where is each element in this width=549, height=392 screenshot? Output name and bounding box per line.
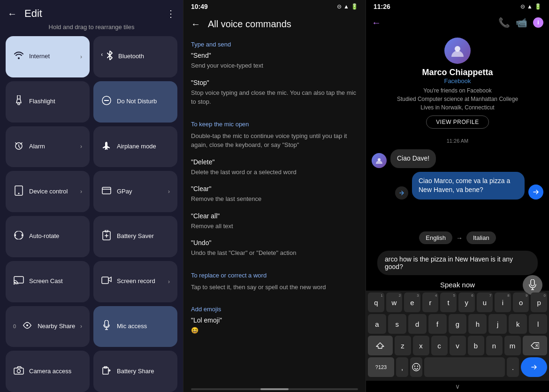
send-button[interactable]: [528, 184, 543, 200]
tile-battery-saver-label: Battery Saver: [117, 232, 170, 240]
svg-point-21: [17, 369, 21, 373]
key-v[interactable]: v: [450, 336, 466, 355]
page-title: Edit: [24, 8, 42, 20]
key-a[interactable]: a: [368, 314, 386, 334]
expand-button[interactable]: [395, 186, 408, 200]
speak-input-container: arco how is the pizza in New Haven is it…: [372, 249, 543, 277]
tip-keep-open: To keep the mic open Double-tap the mic …: [191, 115, 358, 150]
tile-micaccess[interactable]: Mic access: [93, 306, 177, 347]
flashlight-icon: [13, 95, 24, 108]
key-period[interactable]: .: [507, 357, 519, 377]
bottom-indicator: ∨: [366, 381, 549, 392]
video-button[interactable]: 📹: [516, 17, 527, 28]
cmd-clear-name: "Clear": [191, 185, 358, 192]
svg-point-30: [414, 366, 415, 367]
tile-alarm-label: Alarm: [29, 143, 76, 151]
key-h[interactable]: h: [468, 314, 487, 334]
key-z[interactable]: z: [395, 336, 411, 355]
tile-bluetooth-label: Bluetooth: [118, 53, 170, 61]
tip-keep-open-label: To keep the mic open: [191, 115, 358, 131]
key-w[interactable]: 2w: [386, 292, 403, 312]
key-y[interactable]: 6y: [458, 292, 475, 312]
nav-chevron: ∨: [455, 383, 460, 390]
section-type-send: Type and send: [191, 35, 358, 52]
key-l[interactable]: l: [529, 314, 547, 334]
tile-flashlight[interactable]: Flashlight: [6, 81, 90, 123]
tile-dnd[interactable]: Do Not Disturb: [93, 81, 177, 123]
mic-fab-button[interactable]: [523, 275, 542, 295]
key-comma[interactable]: ,: [396, 357, 408, 377]
tile-autorotate[interactable]: Auto-rotate: [6, 216, 90, 257]
key-b[interactable]: b: [468, 336, 484, 355]
tile-internet[interactable]: Internet ›: [6, 36, 90, 77]
more-options-button[interactable]: ⋮: [166, 8, 175, 19]
tile-alarm[interactable]: Alarm ›: [6, 126, 90, 168]
speak-now-label: Speak now: [440, 281, 475, 289]
key-m[interactable]: m: [504, 336, 521, 355]
svg-point-6: [18, 192, 20, 194]
key-numbers[interactable]: ?123: [368, 357, 394, 377]
key-c[interactable]: c: [431, 336, 448, 355]
key-t[interactable]: 5t: [440, 292, 457, 312]
from-lang-button[interactable]: English: [419, 231, 452, 244]
tip-replace-desc: Tap to select it, then say or spell out …: [191, 283, 358, 292]
tile-battery-saver[interactable]: Battery Saver: [93, 216, 177, 257]
tile-screencast[interactable]: Screen Cast: [6, 261, 90, 302]
key-backspace[interactable]: [523, 336, 548, 355]
view-profile-button[interactable]: VIEW PROFILE: [426, 115, 488, 129]
keyboard: 1q 2w 3e 4r 5t 6y 7u 8i 9o 0p a s d f g …: [366, 291, 549, 381]
tile-screencast-label: Screen Cast: [29, 277, 82, 285]
tile-micaccess-label: Mic access: [117, 323, 170, 331]
key-o[interactable]: 9o: [513, 292, 529, 312]
key-d[interactable]: d: [408, 314, 427, 334]
key-i[interactable]: 8i: [495, 292, 511, 312]
tile-nearby[interactable]: 0 Nearby Share ›: [6, 306, 90, 347]
key-j[interactable]: j: [488, 314, 507, 334]
key-p[interactable]: 0p: [531, 292, 547, 312]
key-enter[interactable]: [521, 357, 547, 377]
speak-input-area[interactable]: arco how is the pizza in New Haven is it…: [377, 251, 538, 275]
key-e[interactable]: 3e: [404, 292, 420, 312]
svg-rect-1: [18, 103, 20, 105]
command-clearall: "Clear all" Remove all text: [191, 212, 358, 231]
cmd-stop-name: "Stop": [191, 79, 358, 86]
key-shift[interactable]: [368, 336, 393, 355]
call-button[interactable]: 📞: [498, 17, 510, 28]
tile-camera[interactable]: Camera access: [6, 351, 90, 392]
key-r[interactable]: 4r: [422, 292, 439, 312]
tile-device-control[interactable]: Device control ›: [6, 171, 90, 212]
tile-airplane[interactable]: Airplane mode: [93, 126, 177, 168]
svg-point-31: [417, 366, 418, 367]
key-k[interactable]: k: [509, 314, 527, 334]
tile-batteryshare[interactable]: Battery Share: [93, 351, 177, 392]
cmd-stop-desc: Stop voice typing and close the mic. You…: [191, 88, 358, 107]
tile-gpay[interactable]: GPay ›: [93, 171, 177, 212]
profile-name: Marco Chiappetta: [372, 68, 543, 77]
key-s[interactable]: s: [388, 314, 406, 334]
key-n[interactable]: n: [486, 336, 503, 355]
tile-airplane-label: Airplane mode: [117, 143, 170, 151]
svg-point-14: [14, 284, 15, 285]
key-u[interactable]: 7u: [477, 292, 493, 312]
tile-device-label: Device control: [29, 188, 76, 196]
tile-flashlight-label: Flashlight: [29, 98, 82, 106]
key-emoji[interactable]: [410, 357, 422, 377]
back-button[interactable]: ←: [372, 17, 381, 28]
tile-screenrecord[interactable]: Screen record ›: [93, 261, 177, 302]
tile-internet-label: Internet: [29, 53, 76, 61]
gpay-icon: [101, 187, 112, 197]
key-f[interactable]: f: [428, 314, 447, 334]
key-g[interactable]: g: [449, 314, 467, 334]
tile-bluetooth[interactable]: ʿ Bluetooth: [93, 36, 177, 77]
key-space[interactable]: [424, 357, 505, 377]
info-button[interactable]: i: [533, 17, 543, 28]
key-x[interactable]: x: [413, 336, 429, 355]
key-q[interactable]: 1q: [368, 292, 384, 312]
to-lang-button[interactable]: Italian: [466, 231, 496, 244]
back-button[interactable]: ←: [8, 8, 17, 19]
profile-section: Marco Chiappetta Facebook You're friends…: [366, 32, 549, 134]
chevron-icon: ›: [168, 278, 170, 285]
message-incoming: Ciao Dave!: [372, 149, 543, 168]
wifi-status-icon: ▲: [343, 3, 349, 10]
back-button[interactable]: ←: [191, 19, 200, 30]
